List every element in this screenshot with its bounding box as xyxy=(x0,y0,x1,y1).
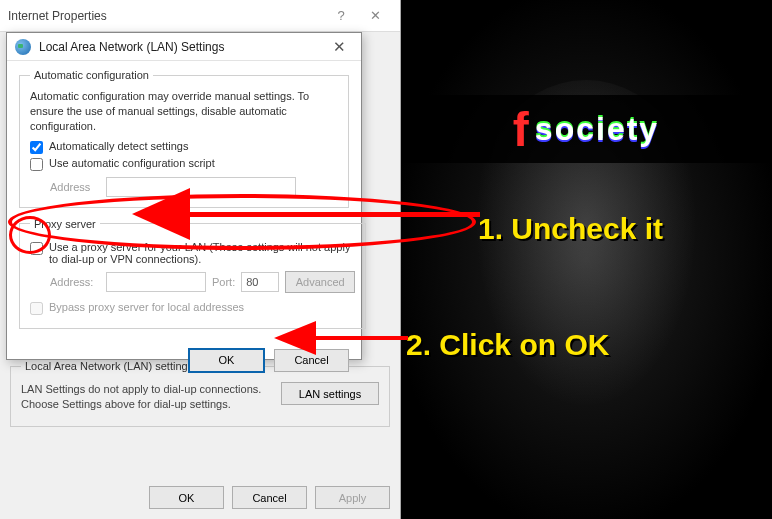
lan-settings-button[interactable]: LAN settings xyxy=(281,382,379,405)
fsociety-logo: f society xyxy=(400,95,772,163)
window-title: Internet Properties xyxy=(8,9,107,23)
annotation-step-1: 1. Uncheck it xyxy=(478,212,663,246)
dialog-ok-button[interactable]: OK xyxy=(189,349,264,372)
auto-address-label: Address xyxy=(50,181,100,193)
auto-address-input xyxy=(106,177,296,197)
lan-settings-dialog: Local Area Network (LAN) Settings ✕ Auto… xyxy=(6,32,362,360)
proxy-server-group: Proxy server Use a proxy server for your… xyxy=(19,218,366,329)
proxy-address-label: Address: xyxy=(50,276,100,288)
auto-config-legend: Automatic configuration xyxy=(30,69,153,81)
parent-apply-button[interactable]: Apply xyxy=(315,486,390,509)
use-proxy-checkbox[interactable] xyxy=(30,242,43,255)
globe-icon xyxy=(15,39,31,55)
auto-script-label: Use automatic configuration script xyxy=(49,157,215,169)
dialog-close-icon[interactable]: ✕ xyxy=(325,38,353,56)
dialog-title: Local Area Network (LAN) Settings xyxy=(39,40,224,54)
use-proxy-row[interactable]: Use a proxy server for your LAN (These s… xyxy=(30,241,355,265)
dialog-button-row: OK Cancel xyxy=(7,349,361,384)
parent-cancel-button[interactable]: Cancel xyxy=(232,486,307,509)
lan-settings-description: LAN Settings do not apply to dial-up con… xyxy=(21,382,263,412)
annotation-step-2: 2. Click on OK xyxy=(406,328,609,362)
proxy-address-input xyxy=(106,272,206,292)
proxy-legend: Proxy server xyxy=(30,218,100,230)
help-icon[interactable]: ? xyxy=(324,8,358,23)
proxy-port-input xyxy=(241,272,279,292)
use-proxy-label: Use a proxy server for your LAN (These s… xyxy=(49,241,355,265)
background-panel: f society xyxy=(400,0,772,519)
internet-properties-titlebar: Internet Properties ? ✕ xyxy=(0,0,400,32)
logo-letter-f: f xyxy=(513,102,531,157)
bypass-proxy-checkbox xyxy=(30,302,43,315)
auto-script-row[interactable]: Use automatic configuration script xyxy=(30,157,338,171)
bypass-proxy-row: Bypass proxy server for local addresses xyxy=(30,301,355,315)
automatic-configuration-group: Automatic configuration Automatic config… xyxy=(19,69,349,208)
proxy-advanced-button: Advanced xyxy=(285,271,355,293)
bypass-proxy-label: Bypass proxy server for local addresses xyxy=(49,301,244,313)
auto-detect-row[interactable]: Automatically detect settings xyxy=(30,140,338,154)
auto-detect-label: Automatically detect settings xyxy=(49,140,188,152)
close-icon[interactable]: ✕ xyxy=(358,8,392,23)
parent-ok-button[interactable]: OK xyxy=(149,486,224,509)
dialog-cancel-button[interactable]: Cancel xyxy=(274,349,349,372)
internet-properties-buttons: OK Cancel Apply xyxy=(0,486,390,509)
auto-script-checkbox[interactable] xyxy=(30,158,43,171)
dialog-titlebar: Local Area Network (LAN) Settings ✕ xyxy=(7,33,361,61)
auto-detect-checkbox[interactable] xyxy=(30,141,43,154)
proxy-port-label: Port: xyxy=(212,276,235,288)
logo-word-society: society xyxy=(535,111,659,148)
auto-config-description: Automatic configuration may override man… xyxy=(30,89,338,134)
